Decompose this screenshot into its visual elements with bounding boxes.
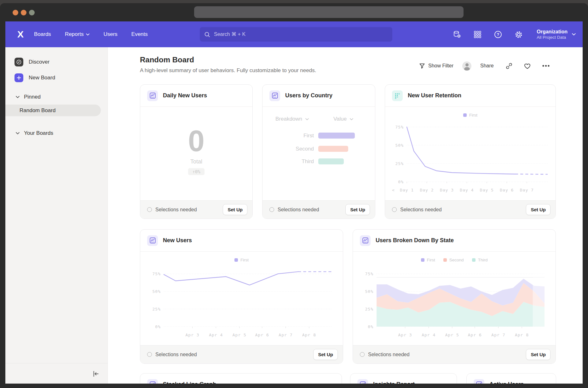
org-name: Organization — [537, 29, 568, 35]
nav-item-events[interactable]: Events — [131, 31, 148, 37]
radio-icon — [360, 352, 365, 357]
radio-icon — [147, 207, 152, 212]
svg-text:0%: 0% — [368, 324, 373, 329]
legend-label: Third — [478, 258, 488, 262]
window-close-button[interactable] — [13, 10, 18, 15]
top-nav: X Boards Reports Users Events — [5, 21, 583, 47]
nav-item-label: Users — [103, 31, 117, 37]
set-up-button[interactable]: Set Up — [526, 204, 551, 215]
bar-row: First — [262, 133, 375, 139]
copy-link-icon[interactable] — [506, 63, 512, 69]
svg-text:Day 2: Day 2 — [420, 188, 434, 192]
bar-label: Third — [302, 158, 314, 165]
value-dropdown[interactable]: Value — [333, 116, 353, 122]
window-zoom-button[interactable] — [29, 10, 35, 15]
nav-item-users[interactable]: Users — [103, 31, 117, 37]
state-area-chart: 75%50%25%0%Apr 3Apr 4Apr 5Apr 6Apr 7Apr … — [356, 264, 552, 339]
nav-item-label: Events — [131, 31, 148, 37]
legend-label: First — [469, 113, 477, 117]
set-up-button[interactable]: Set Up — [345, 204, 370, 215]
sidebar-section-pinned[interactable]: Pinned — [16, 94, 41, 100]
legend-label: Second — [449, 258, 464, 262]
mixpanel-logo[interactable]: X — [14, 29, 26, 40]
sidebar-item-random-board[interactable]: Random Board — [5, 105, 101, 116]
svg-text:Day 6: Day 6 — [500, 188, 514, 192]
sidebar-item-discover[interactable]: Discover — [14, 58, 49, 66]
svg-text:Apr 3: Apr 3 — [186, 333, 199, 337]
line-chart-icon — [147, 90, 158, 101]
set-up-button[interactable]: Set Up — [313, 349, 338, 360]
line-chart-icon — [360, 235, 371, 246]
chevron-down-icon — [305, 118, 309, 120]
card-new-users: New Users First 75%50%25%0%Apr 3Apr 4Apr… — [140, 229, 343, 364]
svg-text:<: < — [392, 188, 395, 192]
svg-text:25%: 25% — [395, 161, 404, 166]
card-header: Daily New Users — [140, 85, 252, 107]
compass-icon — [14, 58, 23, 66]
card-active-users: Active Users — [466, 373, 556, 384]
favorite-heart-icon[interactable] — [524, 63, 531, 69]
bar-row: Second — [262, 146, 375, 152]
collapse-sidebar-icon[interactable] — [91, 369, 100, 379]
org-switcher[interactable]: Organization All Project Data — [537, 29, 576, 40]
bar-first — [318, 133, 355, 139]
url-bar[interactable] — [194, 6, 464, 18]
set-up-button[interactable]: Set Up — [223, 204, 247, 215]
svg-text:Apr 3: Apr 3 — [398, 333, 412, 337]
settings-gear-icon[interactable] — [514, 30, 523, 39]
legend-label: First — [427, 258, 435, 262]
card-title: Active Users — [489, 381, 524, 384]
card-body: First 75%50%25%0%<Day 1Day 2Day 3Day 4Da… — [385, 107, 556, 200]
chart-legend: First — [140, 256, 343, 264]
org-project: All Project Data — [537, 35, 568, 40]
card-header: Users by Country — [262, 85, 375, 107]
legend-swatch — [463, 113, 467, 117]
window-minimize-button[interactable] — [21, 10, 26, 15]
more-options-icon[interactable] — [542, 65, 550, 67]
help-icon[interactable]: ? — [494, 30, 502, 39]
page-subtitle: A high-level summary of user behaviors. … — [140, 67, 316, 74]
avatar[interactable] — [462, 61, 471, 71]
show-filter-button[interactable]: Show Filter — [419, 63, 453, 69]
metric-label: Total — [140, 158, 252, 165]
sidebar: Discover New Board Pinned Random Board — [5, 47, 108, 384]
chevron-down-icon — [16, 96, 20, 98]
card-title: Users Broken Down By State — [376, 237, 454, 244]
set-up-button[interactable]: Set Up — [526, 349, 551, 360]
divider — [5, 363, 107, 363]
share-button[interactable]: Share — [480, 63, 494, 69]
search-bar[interactable] — [200, 27, 392, 42]
breakdown-dropdown[interactable]: Breakdown — [275, 116, 309, 122]
line-chart-icon — [357, 379, 368, 384]
svg-text:50%: 50% — [365, 289, 373, 294]
selections-needed-label: Selections needed — [368, 352, 410, 357]
data-management-icon[interactable] — [453, 30, 461, 39]
nav-item-label: Reports — [65, 31, 84, 37]
svg-text:0%: 0% — [155, 324, 161, 329]
nav-item-boards[interactable]: Boards — [34, 31, 51, 37]
svg-text:Apr 8: Apr 8 — [515, 333, 529, 337]
card-header: Stacked Line Graph — [140, 374, 342, 384]
sidebar-section-your-boards[interactable]: Your Boards — [16, 130, 53, 136]
card-title: Users by Country — [285, 92, 332, 99]
search-icon — [204, 31, 210, 37]
legend-label: First — [240, 258, 249, 262]
apps-grid-icon[interactable] — [473, 30, 482, 39]
metric-value: 0 — [140, 126, 252, 156]
radio-icon — [269, 207, 274, 212]
svg-text:Day 7: Day 7 — [520, 188, 534, 192]
svg-text:0%: 0% — [398, 180, 404, 184]
metric-delta-badge: ↑0% — [188, 168, 205, 175]
board-name: Random Board — [20, 107, 55, 114]
window-titlebar — [0, 3, 588, 21]
search-input[interactable] — [214, 31, 388, 37]
nav-item-reports[interactable]: Reports — [65, 31, 90, 37]
svg-text:Day 5: Day 5 — [480, 188, 494, 192]
card-footer: Selections needed Set Up — [140, 200, 252, 219]
legend-swatch — [421, 258, 424, 262]
card-header: Active Users — [467, 374, 556, 384]
bar-label: Second — [296, 146, 314, 152]
svg-text:Apr 4: Apr 4 — [209, 333, 223, 337]
svg-text:Day 4: Day 4 — [460, 188, 474, 192]
sidebar-item-new-board[interactable]: New Board — [14, 73, 55, 82]
